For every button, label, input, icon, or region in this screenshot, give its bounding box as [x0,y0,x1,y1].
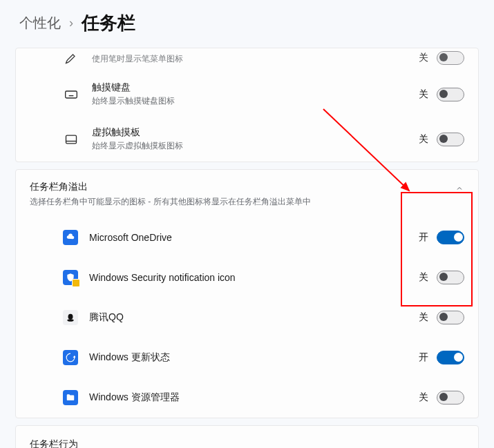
overflow-item-label: Windows 资源管理器 [89,391,419,404]
keyboard-icon [63,86,79,103]
page-title: 任务栏 [82,11,135,35]
corner-item-label: 虚拟触摸板 [92,126,419,139]
breadcrumb-separator: › [69,16,73,30]
security-icon [63,270,78,285]
corner-item-touchpad: 虚拟触摸板始终显示虚拟触摸板图标关 [16,117,478,162]
touchpad-icon [63,131,79,148]
overflow-item-label: 腾讯QQ [89,311,419,324]
overflow-item-label: Microsoft OneDrive [89,232,419,243]
svg-point-9 [67,319,73,322]
svg-rect-6 [66,135,77,144]
corner-item-label: 触摸键盘 [92,81,419,94]
breadcrumb: 个性化 › 任务栏 [0,0,494,41]
overflow-title: 任务栏角溢出 [30,181,311,193]
overflow-onedrive-toggle[interactable] [437,231,464,244]
pen-icon [63,50,79,66]
overflow-update-state-text: 开 [419,351,428,364]
overflow-item-label: Windows 更新状态 [89,351,419,364]
taskbar-corner-icons-card: 使用笔时显示笔菜单图标关触摸键盘始终显示触摸键盘图标关虚拟触摸板始终显示虚拟触摸… [15,48,479,162]
corner-pen-toggle[interactable] [437,51,464,65]
overflow-item-label: Windows Security notification icon [89,272,419,283]
qq-icon [63,310,78,325]
overflow-item-explorer: Windows 资源管理器关 [16,378,478,418]
update-icon [63,350,78,365]
overflow-item-onedrive: Microsoft OneDrive开 [16,217,478,257]
onedrive-icon [63,230,78,245]
overflow-section-header[interactable]: 任务栏角溢出 选择任务栏角中可能显示的图标 - 所有其他图标将显示在任务栏角溢出… [16,170,478,217]
corner-item-sub: 始终显示虚拟触摸板图标 [92,140,419,152]
overflow-qq-state-text: 关 [419,311,428,324]
svg-rect-0 [66,91,77,98]
corner-item-pen: 使用笔时显示笔菜单图标关 [16,48,478,72]
explorer-icon [63,390,78,405]
corner-item-keyboard: 触摸键盘始终显示触摸键盘图标关 [16,72,478,117]
overflow-item-security: Windows Security notification icon关 [16,257,478,298]
chevron-up-icon [455,184,464,193]
overflow-security-toggle[interactable] [437,271,464,284]
corner-keyboard-toggle[interactable] [437,88,464,101]
corner-touchpad-state-text: 关 [419,133,428,146]
corner-keyboard-state-text: 关 [419,88,428,101]
overflow-update-toggle[interactable] [437,351,464,364]
overflow-subtitle: 选择任务栏角中可能显示的图标 - 所有其他图标将显示在任务栏角溢出菜单中 [30,196,311,208]
overflow-onedrive-state-text: 开 [419,231,428,244]
overflow-qq-toggle[interactable] [437,311,464,324]
behaviors-title: 任务栏行为 [30,438,187,448]
overflow-item-qq: 腾讯QQ关 [16,298,478,338]
taskbar-corner-overflow-card: 任务栏角溢出 选择任务栏角中可能显示的图标 - 所有其他图标将显示在任务栏角溢出… [15,169,479,418]
overflow-security-state-text: 关 [419,271,428,284]
corner-item-sub: 始终显示触摸键盘图标 [92,95,419,107]
overflow-explorer-state-text: 关 [419,391,428,404]
breadcrumb-parent[interactable]: 个性化 [19,14,61,32]
corner-pen-state-text: 关 [419,52,428,64]
taskbar-behaviors-card[interactable]: 任务栏行为 任务栏对齐、标记、自动隐藏和多个显示器 [15,425,479,448]
overflow-item-update: Windows 更新状态开 [16,338,478,378]
svg-point-8 [68,314,73,320]
corner-touchpad-toggle[interactable] [437,133,464,146]
overflow-explorer-toggle[interactable] [437,391,464,405]
corner-item-sub: 使用笔时显示笔菜单图标 [92,53,419,65]
behaviors-section-header[interactable]: 任务栏行为 任务栏对齐、标记、自动隐藏和多个显示器 [16,426,478,448]
